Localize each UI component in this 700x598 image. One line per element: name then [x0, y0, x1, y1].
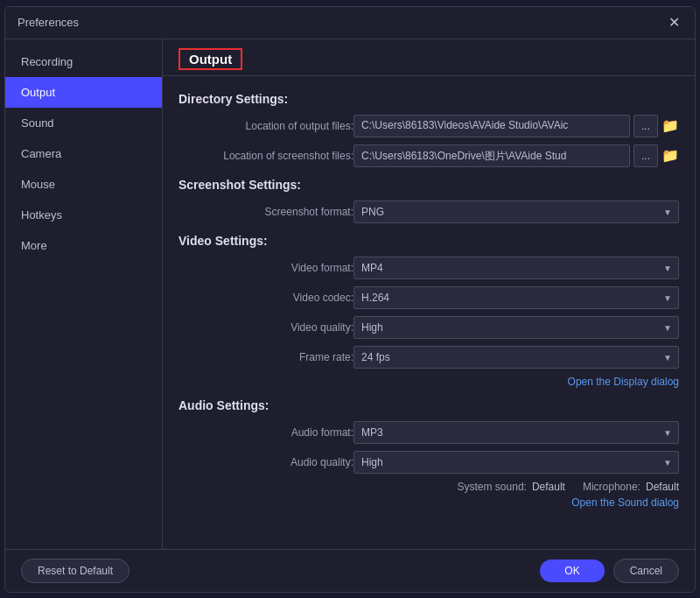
video-quality-row: Video quality: High Medium Low ▼: [178, 316, 679, 339]
preferences-dialog: Preferences ✕ Recording Output Sound Cam…: [4, 6, 696, 593]
screenshot-path-group: C:\Users\86183\OneDrive\图片\AVAide Stud .…: [354, 144, 679, 167]
output-files-row: Location of output files: C:\Users\86183…: [178, 115, 679, 137]
audio-quality-select[interactable]: High Medium Low: [354, 451, 679, 474]
audio-quality-row: Audio quality: High Medium Low ▼: [178, 451, 679, 474]
sidebar-item-mouse[interactable]: Mouse: [5, 169, 162, 200]
screenshot-path-display: C:\Users\86183\OneDrive\图片\AVAide Stud: [354, 144, 630, 167]
reset-to-default-button[interactable]: Reset to Default: [21, 559, 130, 583]
ok-button[interactable]: OK: [540, 559, 604, 582]
frame-rate-wrapper: 24 fps 30 fps 60 fps ▼: [354, 346, 679, 369]
sidebar-item-more[interactable]: More: [5, 230, 162, 261]
frame-rate-label: Frame rate:: [178, 351, 354, 363]
video-quality-wrapper: High Medium Low ▼: [354, 316, 679, 339]
audio-quality-label: Audio quality:: [178, 456, 354, 468]
main-header: Output: [163, 39, 695, 76]
video-section-title: Video Settings:: [178, 234, 679, 248]
screenshot-files-row: Location of screenshot files: C:\Users\8…: [178, 144, 679, 167]
footer-right: OK Cancel: [540, 559, 679, 583]
screenshot-files-label: Location of screenshot files:: [178, 150, 354, 162]
screenshot-format-label: Screenshot format:: [178, 206, 354, 218]
display-link-row: Open the Display dialog: [178, 376, 679, 388]
video-quality-select[interactable]: High Medium Low: [354, 316, 679, 339]
microphone-status: Microphone: Default: [583, 481, 679, 493]
output-files-label: Location of output files:: [178, 120, 354, 132]
audio-format-label: Audio format:: [178, 426, 354, 439]
output-path-button[interactable]: ...: [634, 115, 658, 137]
dialog-footer: Reset to Default OK Cancel: [5, 549, 695, 592]
audio-status-row: System sound: Default Microphone: Defaul…: [178, 481, 679, 493]
output-folder-button[interactable]: 📁: [662, 115, 679, 137]
output-path-group: C:\Users\86183\Videos\AVAide Studio\AVAi…: [354, 115, 679, 137]
title-bar: Preferences ✕: [5, 7, 695, 39]
open-sound-dialog-link[interactable]: Open the Sound dialog: [571, 496, 679, 509]
audio-quality-wrapper: High Medium Low ▼: [354, 451, 679, 474]
folder-icon: 📁: [662, 117, 679, 134]
audio-format-wrapper: MP3 AAC WAV FLAC ▼: [354, 421, 679, 444]
close-button[interactable]: ✕: [665, 14, 682, 32]
folder-icon-2: 📁: [662, 147, 679, 164]
screenshot-format-select[interactable]: PNG JPG BMP GIF: [354, 201, 679, 223]
video-format-wrapper: MP4 MOV AVI MKV ▼: [354, 257, 679, 279]
system-sound-status: System sound: Default: [458, 481, 565, 493]
sidebar-item-output[interactable]: Output: [5, 77, 162, 108]
system-sound-value: Default: [532, 481, 565, 493]
main-area: Output Directory Settings: Location of o…: [163, 39, 695, 549]
audio-format-select[interactable]: MP3 AAC WAV FLAC: [354, 421, 679, 444]
sidebar: Recording Output Sound Camera Mouse Hotk…: [5, 39, 163, 549]
video-quality-label: Video quality:: [178, 321, 354, 334]
sidebar-item-hotkeys[interactable]: Hotkeys: [5, 200, 162, 230]
open-display-dialog-link[interactable]: Open the Display dialog: [568, 376, 679, 388]
video-codec-select[interactable]: H.264 H.265 MPEG-4: [354, 286, 679, 309]
screenshot-format-wrapper: PNG JPG BMP GIF ▼: [354, 201, 679, 223]
cancel-button[interactable]: Cancel: [613, 559, 679, 583]
audio-section-title: Audio Settings:: [178, 398, 679, 412]
directory-section-title: Directory Settings:: [178, 92, 679, 106]
microphone-label: Microphone:: [583, 481, 640, 493]
microphone-value: Default: [646, 481, 679, 493]
sound-link-row: Open the Sound dialog: [178, 496, 679, 509]
audio-format-row: Audio format: MP3 AAC WAV FLAC ▼: [178, 421, 679, 444]
video-format-label: Video format:: [178, 262, 354, 274]
video-codec-row: Video codec: H.264 H.265 MPEG-4 ▼: [178, 286, 679, 309]
screenshot-section-title: Screenshot Settings:: [178, 178, 679, 192]
dialog-title: Preferences: [18, 16, 79, 29]
frame-rate-row: Frame rate: 24 fps 30 fps 60 fps ▼: [178, 346, 679, 369]
video-format-select[interactable]: MP4 MOV AVI MKV: [354, 257, 679, 279]
main-content: Directory Settings: Location of output f…: [163, 76, 695, 549]
output-path-display: C:\Users\86183\Videos\AVAide Studio\AVAi…: [354, 115, 630, 137]
sidebar-item-recording[interactable]: Recording: [5, 46, 162, 77]
video-codec-label: Video codec:: [178, 292, 354, 304]
video-codec-wrapper: H.264 H.265 MPEG-4 ▼: [354, 286, 679, 309]
screenshot-path-button[interactable]: ...: [634, 144, 658, 167]
section-title-output: Output: [178, 48, 242, 70]
dialog-content: Recording Output Sound Camera Mouse Hotk…: [5, 39, 695, 549]
system-sound-label: System sound:: [458, 481, 527, 493]
video-format-row: Video format: MP4 MOV AVI MKV ▼: [178, 257, 679, 279]
frame-rate-select[interactable]: 24 fps 30 fps 60 fps: [354, 346, 679, 369]
sidebar-item-camera[interactable]: Camera: [5, 138, 162, 169]
footer-left: Reset to Default: [21, 559, 130, 583]
screenshot-format-row: Screenshot format: PNG JPG BMP GIF ▼: [178, 201, 679, 223]
sidebar-item-sound[interactable]: Sound: [5, 108, 162, 138]
screenshot-folder-button[interactable]: 📁: [662, 144, 679, 167]
